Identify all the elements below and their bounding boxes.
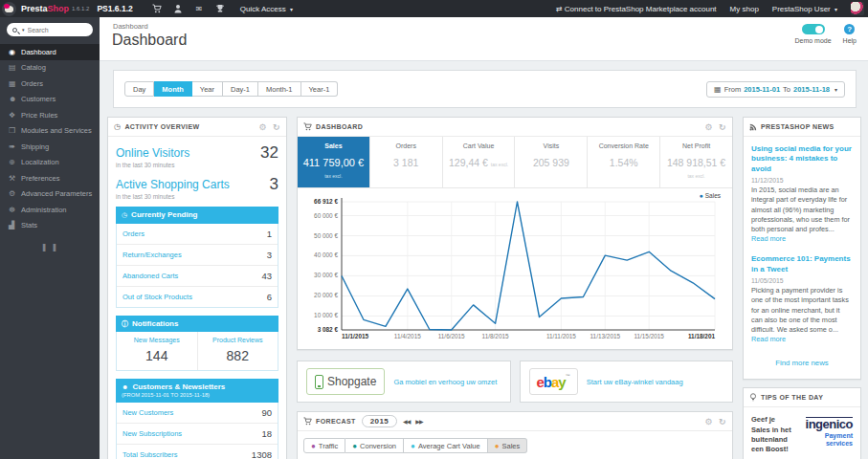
- active-carts-link[interactable]: Active Shopping Carts: [116, 178, 230, 191]
- kpi-visits[interactable]: Visits205 939: [515, 137, 588, 187]
- shopgate-ad-link[interactable]: Ga mobiel en verhoog uw omzet: [393, 378, 497, 386]
- abandoned-carts-link[interactable]: Abandoned Carts: [122, 272, 178, 280]
- kpi-orders[interactable]: Orders3 181: [370, 137, 443, 187]
- breadcrumb[interactable]: Dashboard: [113, 22, 148, 31]
- panel-refresh-icon[interactable]: ↻: [273, 122, 280, 132]
- sidebar-item-orders[interactable]: ▦Orders: [0, 76, 100, 92]
- help-control: ? Help: [843, 24, 857, 44]
- online-visitors-link[interactable]: Online Visitors: [116, 146, 189, 160]
- dot-icon: ●: [352, 442, 357, 450]
- user-avatar[interactable]: [851, 2, 864, 15]
- tips-panel-title: TIPS OF THE DAY: [761, 394, 823, 401]
- new-messages-link[interactable]: New Messages: [119, 337, 195, 343]
- read-more-link[interactable]: Read more: [751, 335, 786, 343]
- quick-access-menu[interactable]: Quick Access ▾: [240, 5, 293, 13]
- notifications-table: New Messages144 Product Reviews882: [116, 332, 278, 371]
- sidebar-item-price-rules[interactable]: ❖Price Rules: [0, 107, 100, 123]
- svg-text:20 000 €: 20 000 €: [314, 292, 338, 298]
- user-menu[interactable]: PrestaShop User ▾: [772, 5, 837, 13]
- customer-icon[interactable]: [167, 4, 189, 13]
- chart-legend[interactable]: ●Sales: [700, 192, 722, 199]
- demo-mode-label: Demo mode: [794, 37, 831, 44]
- out-of-stock-link[interactable]: Out of Stock Products: [122, 293, 192, 301]
- search-input[interactable]: [28, 27, 83, 33]
- help-icon[interactable]: ?: [844, 24, 855, 34]
- news-article-date: 11/05/2015: [751, 277, 853, 284]
- ingenico-logo: ingenico Payment services: [798, 415, 853, 454]
- ebay-ad-link[interactable]: Start uw eBay-winkel vandaag: [587, 378, 683, 386]
- tab-year[interactable]: Year: [192, 81, 223, 97]
- forecast-tab-sales[interactable]: ●Sales: [488, 438, 528, 453]
- my-shop-link[interactable]: My shop: [730, 5, 759, 13]
- panel-refresh-icon[interactable]: ↻: [719, 417, 726, 426]
- sidebar-item-advanced-parameters[interactable]: ⚙Advanced Parameters: [0, 186, 100, 203]
- new-subscriptions-link[interactable]: New Subscriptions: [122, 429, 182, 438]
- previous-year-button[interactable]: ◀◀: [403, 418, 410, 425]
- pending-returns-link[interactable]: Return/Exchanges: [122, 251, 182, 259]
- rss-icon: [749, 123, 757, 131]
- pending-table: Orders1 Return/Exchanges3 Abandoned Cart…: [116, 224, 278, 308]
- tab-day[interactable]: Day: [124, 81, 154, 97]
- svg-text:11/4/2015: 11/4/2015: [394, 333, 421, 339]
- kpi-sales[interactable]: Sales411 759,00 € tax excl.: [298, 137, 370, 187]
- kpi-cart-value[interactable]: Cart Value129,44 € tax excl.: [443, 137, 516, 187]
- read-more-link[interactable]: Read more: [751, 234, 786, 243]
- forecast-tab-average-cart-value[interactable]: ●Average Cart Value: [404, 438, 488, 453]
- news-article: Ecommerce 101: Payments in a Tweet 11/05…: [751, 254, 853, 344]
- cart-icon[interactable]: [146, 4, 167, 13]
- sidebar-search[interactable]: ▾: [7, 23, 93, 36]
- sidebar-item-localization[interactable]: ⊕Localization: [0, 155, 100, 171]
- panel-settings-icon[interactable]: ⚙: [705, 122, 713, 132]
- svg-text:11/11/2015: 11/11/2015: [546, 333, 576, 339]
- forecast-tab-conversion[interactable]: ●Conversion: [345, 438, 404, 453]
- dot-icon: ●: [311, 442, 316, 450]
- demo-mode-toggle[interactable]: [802, 24, 825, 34]
- forecast-year: 2015: [362, 415, 397, 427]
- news-article-title[interactable]: Using social media for your business: 4 …: [751, 144, 853, 174]
- pending-orders-link[interactable]: Orders: [122, 230, 145, 238]
- news-article-date: 11/12/2015: [751, 177, 853, 184]
- dashboard-panel: DASHBOARD ⚙↻ Sales411 759,00 € tax excl.…: [297, 117, 733, 350]
- forecast-tab-traffic[interactable]: ●Traffic: [303, 438, 345, 453]
- prestashop-logo[interactable]: [2, 2, 16, 16]
- sidebar: ▾ ◉Dashboard ▤Catalog ▦Orders ☻Customers…: [0, 17, 100, 459]
- new-customers-link[interactable]: New Customers: [122, 408, 173, 417]
- chevron-down-icon: ▾: [290, 7, 293, 12]
- kpi-conversion-rate[interactable]: Conversion Rate1.54%: [588, 137, 660, 187]
- clock-icon: ◷: [122, 211, 127, 218]
- tab-day-1[interactable]: Day-1: [223, 81, 258, 97]
- messages-icon[interactable]: ✉: [189, 5, 210, 13]
- sidebar-item-preferences[interactable]: ⚒Preferences: [0, 170, 100, 186]
- customers-icon: ☻: [9, 95, 21, 103]
- search-scope-caret-icon[interactable]: ▾: [22, 27, 25, 33]
- phone-icon: [315, 375, 323, 389]
- tab-month[interactable]: Month: [154, 81, 192, 97]
- find-more-news-link[interactable]: Find more news: [751, 355, 853, 373]
- trophy-icon[interactable]: [210, 4, 231, 13]
- svg-text:66 912 €: 66 912 €: [314, 198, 338, 205]
- sidebar-item-stats[interactable]: ▟Stats: [0, 218, 100, 234]
- panel-refresh-icon[interactable]: ↻: [719, 122, 726, 132]
- sidebar-item-modules[interactable]: ❒Modules and Services: [0, 123, 100, 140]
- marketplace-link[interactable]: ⇄ Connect to PrestaShop Marketplace acco…: [556, 5, 717, 13]
- sidebar-item-shipping[interactable]: ➠Shipping: [0, 139, 100, 155]
- sidebar-item-customers[interactable]: ☻Customers: [0, 92, 100, 108]
- shopgate-ad: Shopgate Ga mobiel en verhoog uw omzet: [297, 361, 511, 403]
- sidebar-item-administration[interactable]: ☸Administration: [0, 202, 100, 218]
- sidebar-item-catalog[interactable]: ▤Catalog: [0, 60, 100, 76]
- svg-text:50 000 €: 50 000 €: [314, 232, 338, 239]
- total-subscribers-link[interactable]: Total Subscribers: [122, 450, 178, 459]
- panel-settings-icon[interactable]: ⚙: [259, 122, 267, 132]
- info-icon: ⓘ: [122, 320, 128, 327]
- date-range-button[interactable]: ▦ From2015-11-01 To2015-11-18 ▾: [706, 81, 845, 98]
- tab-month-1[interactable]: Month-1: [258, 81, 301, 97]
- table-row: New Customers90: [117, 403, 278, 424]
- kpi-net-profit[interactable]: Net Profit148 918,51 € tax excl.: [660, 137, 732, 187]
- next-year-button[interactable]: ▶▶: [415, 418, 422, 425]
- news-article-title[interactable]: Ecommerce 101: Payments in a Tweet: [751, 254, 853, 274]
- tab-year-1[interactable]: Year-1: [301, 81, 339, 97]
- product-reviews-link[interactable]: Product Reviews: [200, 337, 277, 343]
- sidebar-item-dashboard[interactable]: ◉Dashboard: [0, 44, 100, 60]
- panel-settings-icon[interactable]: ⚙: [705, 417, 713, 426]
- sidebar-collapse-button[interactable]: ❚ ❚: [0, 237, 100, 256]
